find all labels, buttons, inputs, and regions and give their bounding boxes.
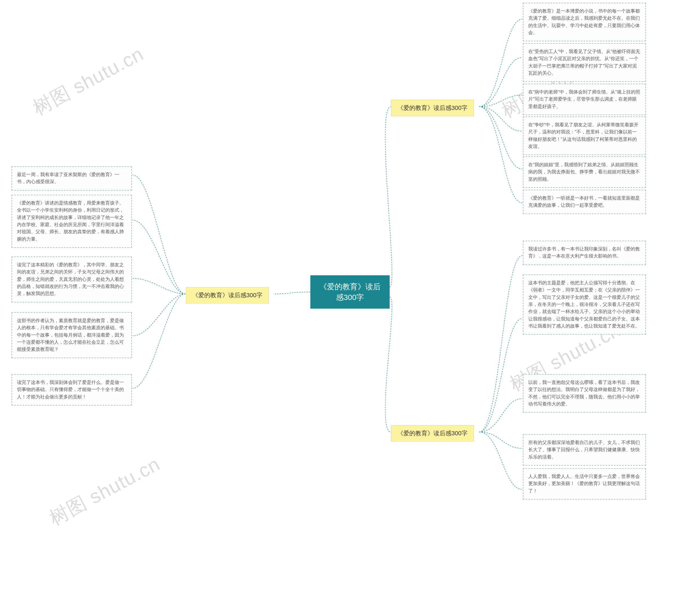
branch-right-top[interactable]: 《爱的教育》读后感300字 [391,100,474,116]
leaf-node[interactable]: 读完了这本精彩的《爱的教育》，其中同学、朋友之间的友谊，兄弟之间的关怀，子女与父… [12,256,132,302]
leaf-node[interactable]: 在"病中的老师"中，我体会到了师生情。从"墙上挂的照片"写出了老师爱学生，尽管学… [523,84,646,115]
leaf-node[interactable]: 在"我的姐姐"里，我感悟到了姐弟之情。从姐姐照顾生病的我，为我去挣面包、挣学费，… [523,156,646,188]
leaf-node[interactable]: 《爱的教育》讲述的是情感教育，用爱来教育孩子。全书以一个小学生安利柯的身份，利用… [12,195,132,248]
leaf-node[interactable]: 《爱的教育》是一本博爱的小说，书中的每一个故事都充满了爱。细细品读之后，我感到爱… [523,3,646,41]
leaf-node[interactable]: 我读过许多书，有一本书让我印象深刻，名叫《爱的教育》，这是一本在意大利产生很大影… [523,240,646,265]
leaf-node[interactable]: 在"争吵"中，我看见了朋友之谊。从柯莱蒂微笑着拨开尺子，温和的对我说："不，恩里… [523,117,646,155]
leaf-node[interactable]: 所有的父亲都深深地爱着自己的儿子、女儿，不求我们长大了、懂事了回报什么，只希望我… [523,434,646,466]
leaf-node[interactable]: 这本书的主题是爱，他把主人公描写得十分透彻。在《弱者》一文中，同学互相互爱；在《… [523,274,646,335]
watermark: 树图 shutu.cn [45,452,165,531]
branch-left[interactable]: 《爱的教育》读后感300字 [186,287,269,304]
leaf-node[interactable]: 以前，我一直抱怨父母这么啰嗦，看了这本书后，我改变了以往的想法。我明白了父母这样… [523,374,646,413]
leaf-node[interactable]: 最近一周，我有幸读了亚米契斯的《爱的教育》一书，内心感受很深。 [12,166,132,191]
leaf-node[interactable]: 读完了这本书，我深刻体会到了爱是什么。爱是做一切事物的基础。只有懂得爱，才能做一… [12,374,132,405]
watermark: 树图 shutu.cn [28,41,148,121]
leaf-node[interactable]: 在"受伤的工人"中，我看见了父子情。从"他被吓得面无血色"写出了小泥瓦匠对父亲的… [523,43,646,82]
leaf-node[interactable]: 这部书的作者认为，素质教育就是爱的教育，爱是做人的根本，只有学会爱才有学会其他素… [12,312,132,358]
root-node[interactable]: 《爱的教育》读后感300字 [310,275,390,309]
leaf-node[interactable]: 《爱的教育》一听就是一本好书，一看就知道里面都是充满爱的故事，让我们一起享受爱吧… [523,190,646,214]
leaf-node[interactable]: 人人爱我，我爱人人。生活中只要多一点爱，世界将会更加美好，更加美丽！《爱的教育》… [523,468,646,500]
branch-right-bottom[interactable]: 《爱的教育》读后感300字 [391,425,474,442]
